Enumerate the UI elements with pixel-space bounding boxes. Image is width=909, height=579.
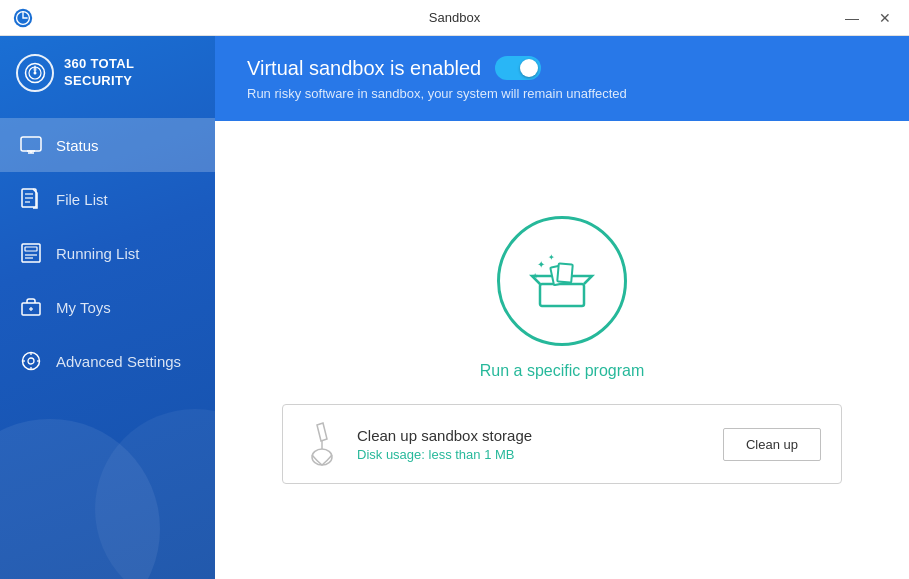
logo-360-icon	[24, 62, 46, 84]
content-header: Virtual sandbox is enabled Run risky sof…	[215, 36, 909, 121]
logo-circle-icon	[16, 54, 54, 92]
sidebar-logo: 360 TOTAL SECURITY	[0, 36, 215, 110]
cleanup-card: Clean up sandbox storage Disk usage: les…	[282, 404, 842, 484]
sidebar-item-my-toys-label: My Toys	[56, 299, 111, 316]
minimize-button[interactable]: —	[839, 9, 865, 27]
sandbox-run-area[interactable]: ✦ ✦ ★ Run a specific program	[480, 216, 645, 380]
running-list-icon	[20, 242, 42, 264]
sandbox-subtitle: Run risky software in sandbox, your syst…	[247, 86, 877, 101]
app-logo-icon	[12, 7, 34, 29]
sandbox-circle-icon: ✦ ✦ ★	[497, 216, 627, 346]
sidebar-item-advanced-settings-label: Advanced Settings	[56, 353, 181, 370]
cleanup-info: Clean up sandbox storage Disk usage: les…	[357, 427, 707, 462]
title-bar-left	[12, 7, 34, 29]
svg-rect-26	[540, 284, 584, 306]
sidebar-item-status-label: Status	[56, 137, 99, 154]
window-title: Sandbox	[429, 10, 480, 25]
close-button[interactable]: ✕	[873, 9, 897, 27]
sidebar: 360 TOTAL SECURITY Status	[0, 36, 215, 579]
cleanup-title: Clean up sandbox storage	[357, 427, 707, 444]
svg-point-4	[34, 72, 37, 75]
svg-text:✦: ✦	[537, 259, 545, 270]
svg-rect-30	[557, 263, 573, 282]
cleanup-broom-icon	[303, 421, 341, 467]
svg-rect-14	[25, 247, 37, 251]
content-area: Virtual sandbox is enabled Run risky sof…	[215, 36, 909, 579]
my-toys-icon	[20, 296, 42, 318]
sidebar-item-file-list-label: File List	[56, 191, 108, 208]
svg-point-21	[28, 358, 34, 364]
svg-rect-5	[21, 137, 41, 151]
title-bar: Sandbox — ✕	[0, 0, 909, 36]
sidebar-item-my-toys[interactable]: My Toys	[0, 280, 215, 334]
sidebar-item-running-list[interactable]: Running List	[0, 226, 215, 280]
svg-text:★: ★	[532, 272, 538, 279]
sidebar-item-file-list[interactable]: File List	[0, 172, 215, 226]
app-name-label: 360 TOTAL SECURITY	[64, 56, 199, 90]
sidebar-item-advanced-settings[interactable]: Advanced Settings	[0, 334, 215, 388]
sidebar-nav: Status File List	[0, 118, 215, 388]
sandbox-status-title: Virtual sandbox is enabled	[247, 57, 481, 80]
svg-point-20	[23, 353, 40, 370]
main-layout: 360 TOTAL SECURITY Status	[0, 36, 909, 579]
content-body: ✦ ✦ ★ Run a specific program	[215, 121, 909, 579]
svg-point-34	[312, 449, 332, 465]
sidebar-item-running-list-label: Running List	[56, 245, 139, 262]
sandbox-illustration-icon: ✦ ✦ ★	[522, 246, 602, 316]
cleanup-button[interactable]: Clean up	[723, 428, 821, 461]
status-icon	[20, 134, 42, 156]
header-row: Virtual sandbox is enabled	[247, 56, 877, 80]
run-program-label: Run a specific program	[480, 362, 645, 380]
advanced-settings-icon	[20, 350, 42, 372]
cleanup-disk-usage: Disk usage: less than 1 MB	[357, 447, 707, 462]
sidebar-item-status[interactable]: Status	[0, 118, 215, 172]
window-controls: — ✕	[839, 9, 897, 27]
sandbox-toggle[interactable]	[495, 56, 541, 80]
svg-text:✦: ✦	[548, 253, 555, 262]
file-list-icon	[20, 188, 42, 210]
